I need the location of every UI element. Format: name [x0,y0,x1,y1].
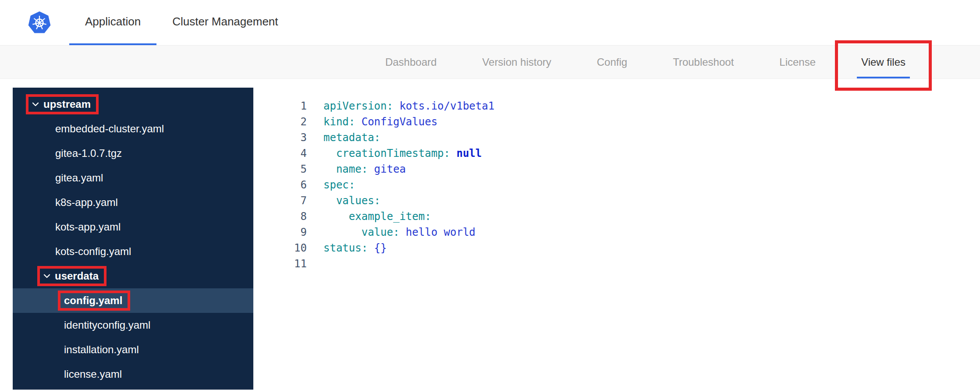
code-text: apiVersion: kots.io/v1beta1 [323,98,494,114]
code-line: 8 example_item: [276,209,980,224]
subnav-tab-config[interactable]: Config [574,46,650,78]
tree-folder-upstream[interactable]: upstream [13,92,253,117]
tree-item-inner: userdata [43,270,99,282]
code-token [323,195,336,207]
tree-item-inner: upstream [32,98,91,110]
tree-file-k8s-app-yaml[interactable]: k8s-app.yaml [13,190,253,215]
top-tab-label: Application [85,15,141,28]
tree-item-inner: config.yaml [64,294,122,307]
code-editor[interactable]: 1 apiVersion: kots.io/v1beta1 2 kind: Co… [276,98,980,272]
code-line: 10 status: {} [276,240,980,256]
code-token [399,226,405,238]
tree-file-gitea-yaml[interactable]: gitea.yaml [13,166,253,190]
code-line: 6 spec: [276,177,980,193]
code-line: 1 apiVersion: kots.io/v1beta1 [276,98,980,114]
code-line: 7 values: [276,193,980,209]
chevron-down-icon[interactable] [32,102,39,106]
code-text: spec: [323,177,355,193]
subnav-tab-license[interactable]: License [756,46,838,78]
code-token: status: [323,242,368,254]
code-line: 9 value: hello world [276,224,980,240]
code-token [323,226,362,238]
code-token: values: [336,195,380,207]
code-token: metadata: [323,131,380,144]
code-token: creationTimestamp: [336,147,450,160]
code-token [393,100,399,112]
code-text: values: [323,193,380,209]
line-number: 9 [276,224,307,240]
tree-item-label: k8s-app.yaml [55,196,118,209]
code-token: spec: [323,179,355,191]
code-token [355,116,361,128]
tree-file-installation-yaml[interactable]: installation.yaml [13,337,253,362]
tree-folder-userdata[interactable]: userdata [13,264,253,288]
subnav-tab-label: License [779,56,816,68]
code-text: name: gitea [323,161,406,177]
tree-file-identityconfig-yaml[interactable]: identityconfig.yaml [13,313,253,337]
code-line: 11 [276,256,980,272]
tree-item-label: license.yaml [64,368,122,380]
subnav-tab-version-history[interactable]: Version history [459,46,574,78]
line-number: 7 [276,193,307,209]
tree-item-inner: gitea.yaml [55,172,103,184]
code-text: status: {} [323,240,387,256]
tree-item-label: gitea.yaml [55,172,103,184]
tree-file-gitea-1-0-7-tgz[interactable]: gitea-1.0.7.tgz [13,141,253,166]
subnav-tab-dashboard[interactable]: Dashboard [362,46,459,78]
subnav-tab-troubleshoot[interactable]: Troubleshoot [650,46,756,78]
tree-item-inner: installation.yaml [64,344,139,356]
tree-item-inner: embedded-cluster.yaml [55,123,164,135]
code-token: {} [374,242,387,254]
subnav-tab-label: View files [861,56,905,68]
tree-file-config-yaml[interactable]: config.yaml [13,288,253,313]
tree-item-label: installation.yaml [64,344,139,356]
main-content: upstream embedded-cluster.yaml gitea-1.0… [0,79,980,390]
code-token [323,147,336,160]
line-number: 10 [276,240,307,256]
code-text: kind: ConfigValues [323,114,437,130]
app-subnav: Dashboard Version history Config Trouble… [0,46,980,79]
line-number: 5 [276,161,307,177]
code-token [450,147,456,160]
code-token: ConfigValues [362,116,437,128]
tree-item-inner: kots-config.yaml [55,245,131,258]
tree-file-kots-config-yaml[interactable]: kots-config.yaml [13,239,253,264]
tree-file-license-yaml[interactable]: license.yaml [13,362,253,386]
line-number: 4 [276,145,307,161]
top-header: Application Cluster Management [0,0,980,46]
code-text: value: hello world [323,224,476,240]
tree-item-label: userdata [55,270,99,282]
code-token [323,163,336,175]
tree-item-label: kots-config.yaml [55,245,131,258]
code-token: gitea [374,163,406,175]
kubernetes-logo-icon [28,0,51,45]
line-number: 2 [276,114,307,130]
tree-file-embedded-cluster-yaml[interactable]: embedded-cluster.yaml [13,117,253,141]
top-tab-cluster-management[interactable]: Cluster Management [156,0,294,45]
code-text: creationTimestamp: null [323,145,482,161]
code-token: null [456,147,482,160]
tree-item-inner: gitea-1.0.7.tgz [55,147,122,160]
subnav-tab-label: Troubleshoot [673,56,734,68]
subnav-tab-label: Version history [482,56,551,68]
tree-item-inner: k8s-app.yaml [55,196,118,209]
tree-item-label: embedded-cluster.yaml [55,123,164,135]
chevron-down-icon[interactable] [43,274,50,278]
code-token: value: [362,226,400,238]
code-token: example_item: [349,210,431,223]
tree-file-kots-app-yaml[interactable]: kots-app.yaml [13,215,253,239]
tree-item-inner: identityconfig.yaml [64,319,150,331]
file-tree: upstream embedded-cluster.yaml gitea-1.0… [13,88,253,390]
line-number: 3 [276,130,307,145]
code-line: 2 kind: ConfigValues [276,114,980,130]
subnav-tab-view-files[interactable]: View files [838,46,928,78]
code-text: metadata: [323,130,380,145]
tree-item-inner: license.yaml [64,368,122,380]
top-nav: Application Cluster Management [69,0,294,45]
line-number: 8 [276,209,307,224]
top-tab-application[interactable]: Application [69,0,156,45]
code-token [368,163,374,175]
code-token [368,242,374,254]
tree-item-label: upstream [43,98,91,110]
tree-item-inner: kots-app.yaml [55,221,121,233]
